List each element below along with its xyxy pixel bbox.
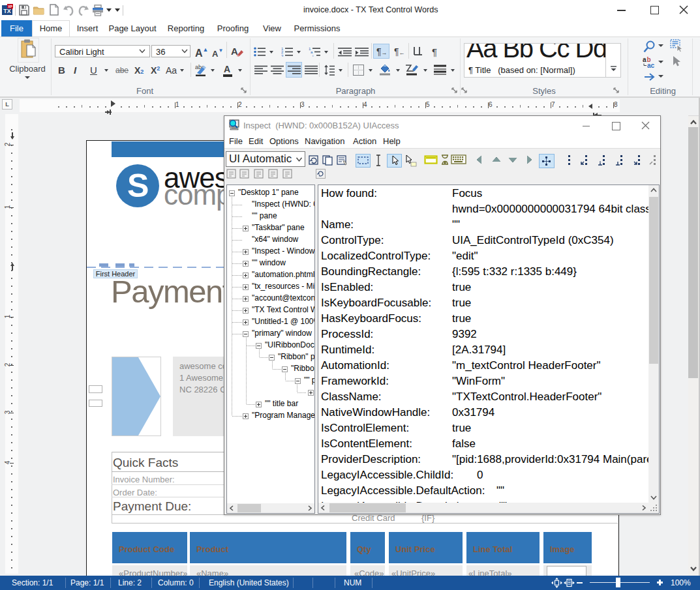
svg-text:ac: ac bbox=[647, 62, 655, 68]
svg-text:3: 3 bbox=[281, 54, 284, 57]
svg-text:TX: TX bbox=[3, 8, 11, 14]
svg-text:a: a bbox=[643, 57, 647, 63]
svg-text:XP: XP bbox=[8, 5, 12, 8]
svg-text:i: i bbox=[312, 54, 313, 57]
